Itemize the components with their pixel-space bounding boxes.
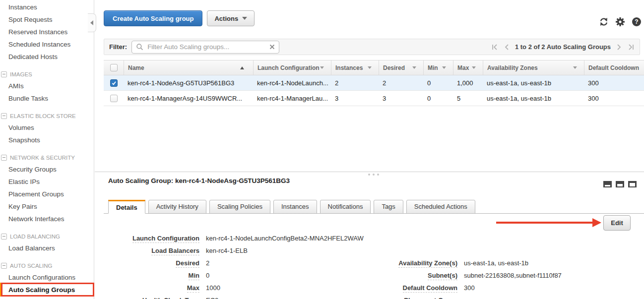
tab-details[interactable]: Details <box>108 200 145 214</box>
column-menu-icon <box>472 66 476 69</box>
field-load-balancers: Load Balancers ken-rc4-1-ELB <box>108 245 364 258</box>
sidebar-section-auto-scaling[interactable]: AUTO SCALING <box>0 260 94 271</box>
column-header-default-cooldown[interactable]: Default Cooldown <box>584 60 644 75</box>
sidebar-item-instances[interactable]: Instances <box>0 1 94 13</box>
sidebar-section-label: LOAD BALANCING <box>10 234 60 239</box>
cell-desired: 3 <box>379 95 423 102</box>
toolbar: Create Auto Scaling group Actions <box>104 10 255 26</box>
field-label: Default Cooldown <box>403 284 458 293</box>
field-availability-zones: Availability Zone(s) us-east-1a, us-east… <box>382 258 562 270</box>
tab-scheduled-actions[interactable]: Scheduled Actions <box>406 200 475 214</box>
next-page-icon[interactable] <box>616 43 622 51</box>
sidebar-item-bundle-tasks[interactable]: Bundle Tasks <box>0 92 94 105</box>
filter-input[interactable] <box>146 43 266 51</box>
column-label: Desired <box>383 64 405 71</box>
sidebar-item-volumes[interactable]: Volumes <box>0 121 94 134</box>
table-row[interactable]: ken-rc4-1-NodeAsg-G5TU3P561BG3 ken-rc4-1… <box>104 75 644 91</box>
sidebar-collapse-handle[interactable] <box>88 13 96 32</box>
field-max: Max 1000 <box>108 283 364 295</box>
row-checkbox[interactable] <box>110 79 118 87</box>
sidebar-item-spot-requests[interactable]: Spot Requests <box>0 13 94 26</box>
cell-default-cooldown: 300 <box>584 95 644 102</box>
pane-layout-bottom-large-icon[interactable] <box>628 181 637 187</box>
field-value: us-east-1a, us-east-1b <box>464 259 528 267</box>
filter-input-wrapper[interactable] <box>131 41 279 54</box>
column-label: Instances <box>335 64 363 71</box>
prev-page-icon[interactable] <box>504 43 510 51</box>
splitter-drag-handle-icon[interactable] <box>368 174 379 176</box>
column-header-name[interactable]: Name <box>124 60 253 75</box>
field-subnets: Subnet(s) subnet-22163808,subnet-f1110f8… <box>382 270 562 283</box>
sidebar-item-auto-scaling-groups[interactable]: Auto Scaling Groups <box>0 284 94 296</box>
actions-button-label: Actions <box>214 15 238 22</box>
last-page-icon[interactable] <box>628 43 635 51</box>
collapse-minus-icon <box>1 263 7 269</box>
collapse-minus-icon <box>1 71 7 77</box>
tab-scaling-policies[interactable]: Scaling Policies <box>209 200 270 214</box>
tab-activity-history[interactable]: Activity History <box>148 200 206 214</box>
field-value: 300 <box>464 284 475 292</box>
refresh-button[interactable] <box>599 17 609 27</box>
field-placement-group: Placement Group <box>382 295 562 299</box>
cell-launch-configuration: ken-rc4-1-ManagerLau... <box>253 95 331 102</box>
sidebar-nav: Instances Spot Requests Reserved Instanc… <box>0 0 94 299</box>
details-fields-left: Launch Configuration ken-rc4-1-NodeLaunc… <box>108 233 364 299</box>
row-checkbox[interactable] <box>110 95 118 102</box>
sidebar-item-security-groups[interactable]: Security Groups <box>0 163 94 176</box>
actions-button[interactable]: Actions <box>207 10 255 26</box>
clear-filter-icon[interactable] <box>269 44 275 50</box>
sidebar-section-network-security[interactable]: NETWORK & SECURITY <box>0 152 94 163</box>
first-page-icon[interactable] <box>491 43 498 51</box>
sidebar-item-elastic-ips[interactable]: Elastic IPs <box>0 176 94 188</box>
table-body: ken-rc4-1-NodeAsg-G5TU3P561BG3 ken-rc4-1… <box>104 75 644 106</box>
cell-min: 0 <box>423 79 453 87</box>
sidebar-item-amis[interactable]: AMIs <box>0 80 94 92</box>
console-utility-icons: ? <box>599 17 642 27</box>
tab-instances[interactable]: Instances <box>273 200 317 214</box>
tab-notifications[interactable]: Notifications <box>320 200 371 214</box>
panel-splitter[interactable] <box>95 172 644 172</box>
sidebar-section-images[interactable]: IMAGES <box>0 69 94 80</box>
sidebar-item-load-balancers[interactable]: Load Balancers <box>0 242 94 254</box>
sidebar-item-reserved-instances[interactable]: Reserved Instances <box>0 26 94 38</box>
create-auto-scaling-group-button[interactable]: Create Auto Scaling group <box>104 10 202 26</box>
sidebar-item-launch-configurations[interactable]: Launch Configurations <box>0 271 94 284</box>
tab-tags[interactable]: Tags <box>374 200 403 214</box>
table-row[interactable]: ken-rc4-1-ManagerAsg-14US9WWCR... ken-rc… <box>104 91 644 106</box>
column-header-desired[interactable]: Desired <box>379 60 423 75</box>
field-value: 0 <box>206 272 209 279</box>
sidebar-section-label: AUTO SCALING <box>10 263 52 269</box>
field-label: Placement Group <box>404 297 457 299</box>
sidebar-section-label: NETWORK & SECURITY <box>10 155 75 161</box>
sidebar-section-label: ELASTIC BLOCK STORE <box>10 113 76 119</box>
cell-launch-configuration: ken-rc4-1-NodeLaunch... <box>253 79 331 87</box>
sidebar-item-placement-groups[interactable]: Placement Groups <box>0 188 94 200</box>
sidebar-section-elastic-block-store[interactable]: ELASTIC BLOCK STORE <box>0 111 94 121</box>
pane-layout-bottom-small-icon[interactable] <box>603 181 612 187</box>
sidebar-item-snapshots[interactable]: Snapshots <box>0 134 94 146</box>
settings-button[interactable] <box>615 17 625 27</box>
pane-layout-bottom-half-icon[interactable] <box>616 181 624 187</box>
create-button-label: Create Auto Scaling group <box>113 15 193 22</box>
sidebar-item-network-interfaces[interactable]: Network Interfaces <box>0 213 94 225</box>
sort-asc-icon <box>240 66 244 69</box>
cell-name: ken-rc4-1-ManagerAsg-14US9WWCR... <box>124 95 253 102</box>
field-value: ken-rc4-1-NodeLaunchConfigBeta2-MNA2HFEL… <box>206 235 364 242</box>
help-button[interactable]: ? <box>632 17 642 27</box>
gear-icon <box>615 17 625 27</box>
edit-button[interactable]: Edit <box>603 215 631 231</box>
column-header-launch-configuration[interactable]: Launch Configuration <box>253 60 331 75</box>
field-value: EC2 <box>206 297 218 299</box>
field-value: subnet-22163808,subnet-f1110f87 <box>464 272 562 279</box>
column-header-min[interactable]: Min <box>423 60 453 75</box>
select-all-checkbox[interactable] <box>110 64 118 71</box>
details-fields-right: Availability Zone(s) us-east-1a, us-east… <box>382 258 562 299</box>
column-header-max[interactable]: Max <box>453 60 483 75</box>
annotation-arrow-head <box>592 218 601 227</box>
sidebar-section-load-balancing[interactable]: LOAD BALANCING <box>0 231 94 242</box>
column-header-availability-zones[interactable]: Availability Zones <box>483 60 584 75</box>
sidebar-item-dedicated-hosts[interactable]: Dedicated Hosts <box>0 51 94 63</box>
sidebar-item-scheduled-instances[interactable]: Scheduled Instances <box>0 38 94 51</box>
sidebar-item-key-pairs[interactable]: Key Pairs <box>0 200 94 213</box>
column-header-instances[interactable]: Instances <box>331 60 379 75</box>
